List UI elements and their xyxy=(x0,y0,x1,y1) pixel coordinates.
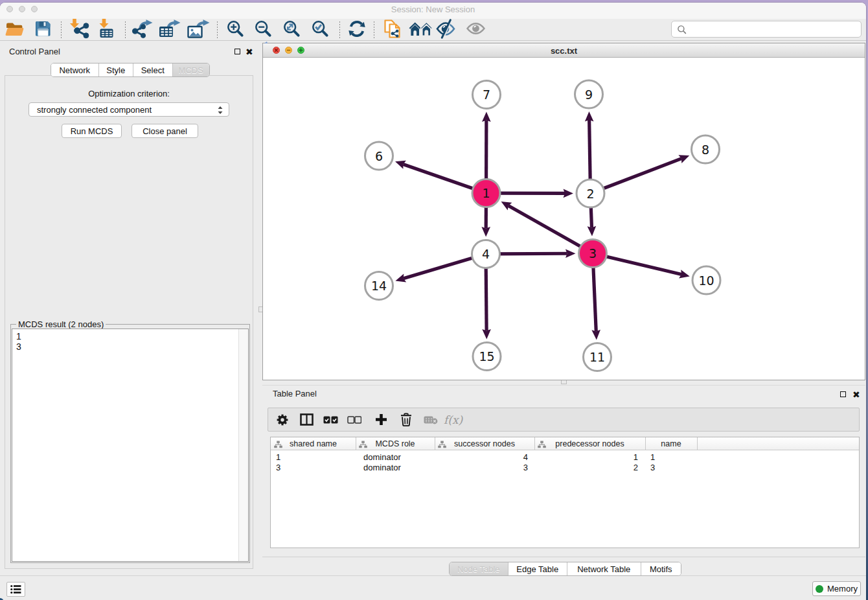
graph-node-6[interactable]: 6 xyxy=(365,142,393,170)
tab-motifs[interactable]: Motifs xyxy=(641,562,681,575)
zoom-out-icon xyxy=(255,20,272,38)
zoom-in-icon xyxy=(227,20,244,38)
zoom-out-button[interactable] xyxy=(253,19,273,40)
column-type-icon xyxy=(438,439,446,451)
graph-node-1[interactable]: 1 xyxy=(472,179,500,207)
tab-node-table[interactable]: Node Table xyxy=(450,562,508,575)
table-cell[interactable]: 3 xyxy=(276,463,356,473)
search-input[interactable] xyxy=(671,21,862,38)
graph-node-11[interactable]: 11 xyxy=(584,343,611,371)
import-network-button[interactable] xyxy=(69,19,91,40)
delete-icon xyxy=(400,413,413,426)
graph-node-10[interactable]: 10 xyxy=(692,266,720,294)
column-separator[interactable] xyxy=(697,437,698,450)
function-button: f(x) xyxy=(443,408,465,431)
svg-text:11: 11 xyxy=(589,350,605,364)
criterion-select[interactable]: strongly connected component xyxy=(29,102,229,117)
tab-style[interactable]: Style xyxy=(99,63,134,76)
svg-text:7: 7 xyxy=(483,87,490,102)
run-mcds-button[interactable]: Run MCDS xyxy=(62,124,122,138)
delete-button[interactable] xyxy=(395,408,417,431)
tab-edge-table[interactable]: Edge Table xyxy=(508,562,568,575)
tab-select[interactable]: Select xyxy=(133,63,173,76)
deselect-all-button[interactable] xyxy=(343,408,365,431)
show-details-icon xyxy=(466,22,485,35)
control-panel-tabs: NetworkStyleSelectMCDS xyxy=(51,63,210,77)
columns-button[interactable] xyxy=(295,408,317,431)
graph-node-7[interactable]: 7 xyxy=(473,81,501,109)
export-image-button[interactable] xyxy=(187,19,210,40)
tab-network-table[interactable]: Network Table xyxy=(567,562,641,575)
control-panel-close-button[interactable]: ✖ xyxy=(246,49,253,55)
hide-details-button[interactable] xyxy=(436,19,458,40)
table-cell[interactable]: 3 xyxy=(435,463,528,473)
mcds-result-area[interactable]: 1 3 xyxy=(12,329,249,562)
add-button[interactable] xyxy=(370,408,392,431)
svg-text:14: 14 xyxy=(371,279,387,293)
column-type-icon xyxy=(274,439,282,451)
task-history-button[interactable] xyxy=(6,582,25,597)
gear-button[interactable] xyxy=(271,408,293,431)
column-header-name[interactable]: name xyxy=(645,437,697,450)
close-panel-button[interactable]: Close panel xyxy=(131,124,198,138)
table-cell[interactable]: 1 xyxy=(276,452,356,463)
delete-table-button xyxy=(420,408,442,431)
result-scrollbar[interactable] xyxy=(238,329,248,561)
memory-button[interactable]: Memory xyxy=(812,581,861,596)
select-all-icon xyxy=(323,416,338,424)
table-panel-close-button[interactable]: ✖ xyxy=(852,391,860,398)
export-table-button[interactable] xyxy=(159,19,181,40)
table-cell[interactable]: 3 xyxy=(650,463,697,473)
graph-node-2[interactable]: 2 xyxy=(577,179,604,207)
toolbar-separator xyxy=(125,21,126,38)
tab-mcds[interactable]: MCDS xyxy=(173,63,210,76)
application-window: Session: New Session xyxy=(0,0,868,600)
select-all-button[interactable] xyxy=(319,408,341,431)
duplicate-network-button[interactable] xyxy=(383,19,402,40)
save-session-button[interactable] xyxy=(33,19,53,40)
column-header-predecessor-nodes[interactable]: predecessor nodes xyxy=(534,437,645,450)
graph-node-15[interactable]: 15 xyxy=(473,343,501,371)
control-panel-float-button[interactable] xyxy=(234,49,240,54)
zoom-selected-button[interactable] xyxy=(310,19,330,40)
open-session-button[interactable] xyxy=(4,19,26,40)
memory-label: Memory xyxy=(827,584,858,594)
toolbar-separator xyxy=(339,21,340,38)
status-bar: Memory xyxy=(0,575,866,600)
column-header-MCDS-role[interactable]: MCDS role xyxy=(356,437,435,450)
export-network-button[interactable] xyxy=(132,19,152,40)
tab-network[interactable]: Network xyxy=(51,63,99,76)
table-cell[interactable]: 1 xyxy=(650,452,697,463)
column-header-successor-nodes[interactable]: successor nodes xyxy=(435,437,534,450)
horizontal-splitter-grip[interactable] xyxy=(561,380,567,384)
graph-node-4[interactable]: 4 xyxy=(472,240,500,268)
graph-node-14[interactable]: 14 xyxy=(365,272,393,300)
table-cell[interactable]: 1 xyxy=(534,452,638,463)
network-graph[interactable]: 1 2 3 4 6 7 8 9 10 11 14 15 xyxy=(263,58,865,380)
table-toolbar: f(x) xyxy=(268,408,860,432)
column-header-shared-name[interactable]: shared name xyxy=(271,437,356,450)
graph-node-3[interactable]: 3 xyxy=(579,240,607,268)
network-window-titlebar[interactable]: scc.txt xyxy=(263,43,865,58)
graph-node-8[interactable]: 8 xyxy=(692,135,720,163)
select-chevrons-icon xyxy=(217,105,223,115)
gear-icon xyxy=(276,413,289,426)
homes-button[interactable] xyxy=(409,19,432,40)
show-details-button[interactable] xyxy=(466,19,485,40)
table-cell[interactable]: dominator xyxy=(363,452,435,463)
refresh-button[interactable] xyxy=(348,19,366,40)
table-panel-title: Table Panel xyxy=(273,389,317,398)
zoom-fit-button[interactable] xyxy=(282,19,301,40)
table-cell[interactable]: dominator xyxy=(363,463,435,473)
window-titlebar[interactable]: Session: New Session xyxy=(0,3,866,19)
zoom-in-button[interactable] xyxy=(225,19,245,40)
table-panel-float-button[interactable] xyxy=(840,391,846,397)
import-table-button[interactable] xyxy=(97,19,119,40)
graph-node-9[interactable]: 9 xyxy=(575,80,603,108)
column-type-icon xyxy=(538,439,546,451)
main-toolbar xyxy=(0,19,866,41)
table-cell[interactable]: 2 xyxy=(534,463,638,473)
node-table[interactable]: shared name MCDS role successor nodes pr… xyxy=(270,437,860,548)
svg-text:f(x): f(x) xyxy=(444,413,464,426)
table-cell[interactable]: 4 xyxy=(435,452,528,463)
